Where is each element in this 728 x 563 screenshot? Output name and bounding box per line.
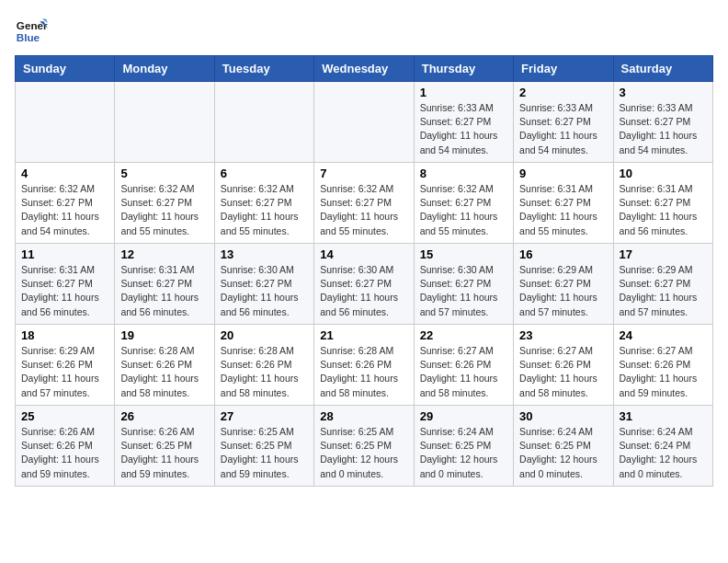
- day-number: 10: [620, 167, 707, 180]
- header: General Blue: [15, 15, 713, 48]
- day-info: Sunrise: 6:31 AM Sunset: 6:27 PM Dayligh…: [519, 182, 607, 238]
- day-info: Sunrise: 6:24 AM Sunset: 6:24 PM Dayligh…: [620, 425, 707, 481]
- day-number: 9: [519, 167, 607, 180]
- day-cell: 5Sunrise: 6:32 AM Sunset: 6:27 PM Daylig…: [115, 163, 214, 244]
- day-cell: 18Sunrise: 6:29 AM Sunset: 6:26 PM Dayli…: [16, 325, 115, 406]
- day-cell: 29Sunrise: 6:24 AM Sunset: 6:25 PM Dayli…: [414, 406, 513, 487]
- calendar-table: SundayMondayTuesdayWednesdayThursdayFrid…: [15, 55, 713, 487]
- day-info: Sunrise: 6:32 AM Sunset: 6:27 PM Dayligh…: [420, 182, 507, 238]
- day-cell: 3Sunrise: 6:33 AM Sunset: 6:27 PM Daylig…: [613, 82, 712, 163]
- day-cell: 13Sunrise: 6:30 AM Sunset: 6:27 PM Dayli…: [214, 244, 313, 325]
- day-cell: 21Sunrise: 6:28 AM Sunset: 6:26 PM Dayli…: [314, 325, 414, 406]
- day-number: 25: [21, 409, 108, 423]
- col-header-saturday: Saturday: [613, 56, 712, 82]
- day-info: Sunrise: 6:28 AM Sunset: 6:26 PM Dayligh…: [221, 344, 308, 400]
- col-header-sunday: Sunday: [16, 56, 115, 82]
- day-number: 8: [420, 167, 507, 180]
- day-cell: 24Sunrise: 6:27 AM Sunset: 6:26 PM Dayli…: [613, 325, 712, 406]
- day-cell: 1Sunrise: 6:33 AM Sunset: 6:27 PM Daylig…: [414, 82, 513, 163]
- day-cell: 14Sunrise: 6:30 AM Sunset: 6:27 PM Dayli…: [314, 244, 414, 325]
- day-cell: 20Sunrise: 6:28 AM Sunset: 6:26 PM Dayli…: [214, 325, 313, 406]
- col-header-friday: Friday: [514, 56, 613, 82]
- day-cell: 28Sunrise: 6:25 AM Sunset: 6:25 PM Dayli…: [314, 406, 414, 487]
- day-number: 16: [519, 247, 607, 261]
- day-number: 29: [420, 409, 507, 423]
- day-number: 13: [221, 247, 308, 261]
- day-cell: 26Sunrise: 6:26 AM Sunset: 6:25 PM Dayli…: [115, 406, 214, 487]
- day-info: Sunrise: 6:26 AM Sunset: 6:26 PM Dayligh…: [21, 425, 108, 481]
- day-info: Sunrise: 6:24 AM Sunset: 6:25 PM Dayligh…: [519, 425, 607, 481]
- day-info: Sunrise: 6:33 AM Sunset: 6:27 PM Dayligh…: [620, 101, 707, 157]
- day-info: Sunrise: 6:27 AM Sunset: 6:26 PM Dayligh…: [420, 344, 507, 400]
- day-info: Sunrise: 6:30 AM Sunset: 6:27 PM Dayligh…: [320, 263, 407, 319]
- day-number: 24: [620, 328, 707, 342]
- day-info: Sunrise: 6:28 AM Sunset: 6:26 PM Dayligh…: [120, 344, 208, 400]
- day-cell: 8Sunrise: 6:32 AM Sunset: 6:27 PM Daylig…: [414, 163, 513, 244]
- day-cell: 11Sunrise: 6:31 AM Sunset: 6:27 PM Dayli…: [16, 244, 115, 325]
- day-info: Sunrise: 6:24 AM Sunset: 6:25 PM Dayligh…: [420, 425, 507, 481]
- week-row-3: 11Sunrise: 6:31 AM Sunset: 6:27 PM Dayli…: [16, 244, 713, 325]
- day-info: Sunrise: 6:29 AM Sunset: 6:26 PM Dayligh…: [21, 344, 108, 400]
- day-cell: 19Sunrise: 6:28 AM Sunset: 6:26 PM Dayli…: [115, 325, 214, 406]
- day-info: Sunrise: 6:33 AM Sunset: 6:27 PM Dayligh…: [519, 101, 607, 157]
- day-cell: 17Sunrise: 6:29 AM Sunset: 6:27 PM Dayli…: [613, 244, 712, 325]
- day-number: 18: [21, 328, 108, 342]
- day-info: Sunrise: 6:28 AM Sunset: 6:26 PM Dayligh…: [320, 344, 407, 400]
- day-info: Sunrise: 6:26 AM Sunset: 6:25 PM Dayligh…: [120, 425, 208, 481]
- day-info: Sunrise: 6:32 AM Sunset: 6:27 PM Dayligh…: [320, 182, 407, 238]
- week-row-2: 4Sunrise: 6:32 AM Sunset: 6:27 PM Daylig…: [16, 163, 713, 244]
- day-cell: 25Sunrise: 6:26 AM Sunset: 6:26 PM Dayli…: [16, 406, 115, 487]
- day-info: Sunrise: 6:30 AM Sunset: 6:27 PM Dayligh…: [221, 263, 308, 319]
- day-cell: 15Sunrise: 6:30 AM Sunset: 6:27 PM Dayli…: [414, 244, 513, 325]
- day-cell: 31Sunrise: 6:24 AM Sunset: 6:24 PM Dayli…: [613, 406, 712, 487]
- day-info: Sunrise: 6:32 AM Sunset: 6:27 PM Dayligh…: [21, 182, 108, 238]
- day-number: 14: [320, 247, 407, 261]
- day-cell: 16Sunrise: 6:29 AM Sunset: 6:27 PM Dayli…: [514, 244, 613, 325]
- svg-text:General: General: [17, 19, 48, 31]
- day-number: 28: [320, 409, 407, 423]
- day-info: Sunrise: 6:33 AM Sunset: 6:27 PM Dayligh…: [420, 101, 507, 157]
- day-number: 4: [21, 167, 108, 180]
- logo-icon: General Blue: [15, 15, 48, 48]
- day-cell: [314, 82, 414, 163]
- week-row-1: 1Sunrise: 6:33 AM Sunset: 6:27 PM Daylig…: [16, 82, 713, 163]
- day-info: Sunrise: 6:32 AM Sunset: 6:27 PM Dayligh…: [120, 182, 208, 238]
- day-info: Sunrise: 6:27 AM Sunset: 6:26 PM Dayligh…: [519, 344, 607, 400]
- day-cell: 2Sunrise: 6:33 AM Sunset: 6:27 PM Daylig…: [514, 82, 613, 163]
- day-cell: 9Sunrise: 6:31 AM Sunset: 6:27 PM Daylig…: [514, 163, 613, 244]
- page-container: General Blue SundayMondayTuesdayWednesda…: [15, 15, 713, 487]
- day-number: 3: [620, 86, 707, 99]
- day-cell: 4Sunrise: 6:32 AM Sunset: 6:27 PM Daylig…: [16, 163, 115, 244]
- day-number: 12: [120, 247, 208, 261]
- day-number: 5: [120, 167, 208, 180]
- day-info: Sunrise: 6:32 AM Sunset: 6:27 PM Dayligh…: [221, 182, 308, 238]
- day-number: 6: [221, 167, 308, 180]
- day-number: 2: [519, 86, 607, 99]
- day-number: 26: [120, 409, 208, 423]
- col-header-monday: Monday: [115, 56, 214, 82]
- day-number: 11: [21, 247, 108, 261]
- day-cell: 6Sunrise: 6:32 AM Sunset: 6:27 PM Daylig…: [214, 163, 313, 244]
- day-cell: 27Sunrise: 6:25 AM Sunset: 6:25 PM Dayli…: [214, 406, 313, 487]
- day-number: 15: [420, 247, 507, 261]
- day-cell: 10Sunrise: 6:31 AM Sunset: 6:27 PM Dayli…: [613, 163, 712, 244]
- calendar-header-row: SundayMondayTuesdayWednesdayThursdayFrid…: [16, 56, 713, 82]
- day-number: 7: [320, 167, 407, 180]
- day-cell: 7Sunrise: 6:32 AM Sunset: 6:27 PM Daylig…: [314, 163, 414, 244]
- col-header-wednesday: Wednesday: [314, 56, 414, 82]
- day-number: 21: [320, 328, 407, 342]
- day-cell: 22Sunrise: 6:27 AM Sunset: 6:26 PM Dayli…: [414, 325, 513, 406]
- col-header-tuesday: Tuesday: [214, 56, 313, 82]
- day-info: Sunrise: 6:31 AM Sunset: 6:27 PM Dayligh…: [620, 182, 707, 238]
- day-info: Sunrise: 6:31 AM Sunset: 6:27 PM Dayligh…: [120, 263, 208, 319]
- day-number: 23: [519, 328, 607, 342]
- day-number: 30: [519, 409, 607, 423]
- col-header-thursday: Thursday: [414, 56, 513, 82]
- day-info: Sunrise: 6:29 AM Sunset: 6:27 PM Dayligh…: [620, 263, 707, 319]
- week-row-5: 25Sunrise: 6:26 AM Sunset: 6:26 PM Dayli…: [16, 406, 713, 487]
- day-info: Sunrise: 6:29 AM Sunset: 6:27 PM Dayligh…: [519, 263, 607, 319]
- day-info: Sunrise: 6:30 AM Sunset: 6:27 PM Dayligh…: [420, 263, 507, 319]
- day-number: 20: [221, 328, 308, 342]
- day-number: 17: [620, 247, 707, 261]
- day-cell: 23Sunrise: 6:27 AM Sunset: 6:26 PM Dayli…: [514, 325, 613, 406]
